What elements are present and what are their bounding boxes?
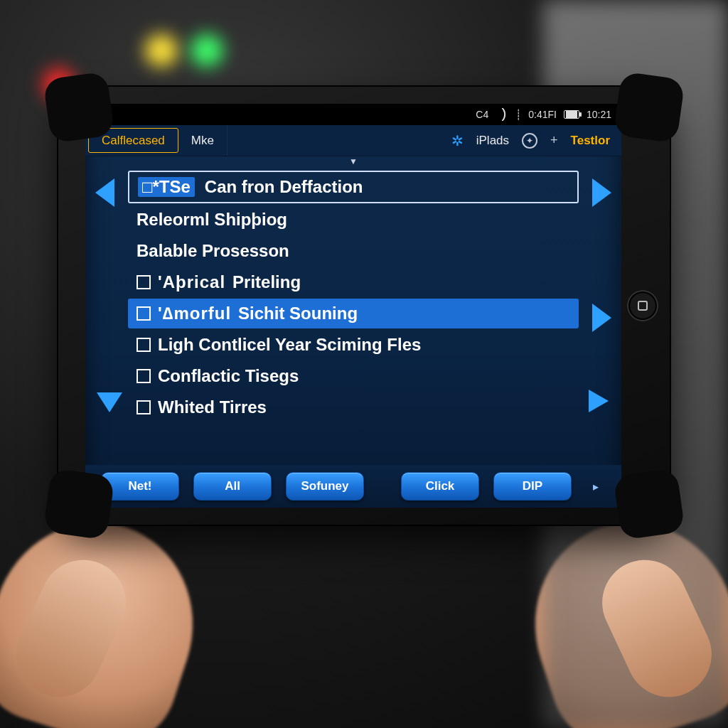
item-label: Conflactic Tisegs: [158, 366, 299, 386]
screen: ☍ C4 ┊ 0:41FI 10:21 Calflecased Mke ✲ iP…: [85, 104, 621, 508]
plus-icon[interactable]: +: [550, 133, 558, 148]
item-label: Whited Tirres: [158, 397, 267, 417]
nav-left-arrow[interactable]: [90, 175, 125, 210]
click-button[interactable]: Click: [401, 472, 479, 500]
tab-testlor[interactable]: Testlor: [571, 134, 610, 148]
target-icon[interactable]: ✦: [522, 133, 537, 149]
list-item[interactable]: Releorml Shipþiog: [128, 205, 579, 235]
svg-marker-1: [592, 178, 611, 207]
svg-marker-2: [592, 304, 611, 332]
item-label: Can fron Deffaction: [205, 177, 363, 197]
checkbox-icon[interactable]: [136, 400, 151, 414]
sep-icon: ┊: [515, 109, 521, 120]
tab-label: Mke: [191, 134, 214, 148]
nav-right-arrow-2[interactable]: [582, 300, 617, 336]
menu-list: □*TSeCan fron DeffactionReleorml Shipþio…: [128, 171, 579, 422]
signal-label: C4: [476, 109, 488, 120]
list-item[interactable]: 'AþricalPriteling: [128, 267, 579, 297]
btn-label: Click: [426, 479, 455, 493]
battery-icon: [564, 110, 579, 119]
item-label: Releorml Shipþiog: [136, 210, 287, 230]
svg-marker-4: [589, 390, 609, 412]
svg-marker-3: [97, 392, 122, 412]
tab-mke[interactable]: Mke: [178, 125, 228, 156]
bg-light-yellow: [145, 34, 178, 67]
list-item[interactable]: Ligh Contlicel Year Sciming Fles: [128, 330, 579, 360]
spark-icon[interactable]: ✲: [451, 132, 464, 149]
tab-iplads[interactable]: iPlads: [476, 134, 509, 148]
tab-bar: Calflecased Mke ✲ iPlads ✦ + Testlor: [85, 125, 621, 156]
list-item[interactable]: Balable Prosesson: [128, 236, 579, 266]
list-item[interactable]: Conflactic Tisegs: [128, 361, 579, 391]
item-prefix: '∆morful: [158, 304, 231, 323]
svg-marker-0: [95, 178, 114, 207]
item-prefix: □*TSe: [138, 177, 195, 197]
wifi-icon: [496, 109, 508, 119]
checkbox-icon[interactable]: [136, 338, 151, 352]
nav-play-right[interactable]: [582, 385, 613, 417]
item-prefix: 'Aþrical: [158, 272, 225, 292]
all-button[interactable]: All: [193, 472, 272, 500]
checkbox-icon[interactable]: [136, 275, 151, 289]
item-label: Sichit Souning: [238, 304, 358, 323]
item-label: Ligh Contlicel Year Sciming Fles: [158, 335, 421, 355]
case-corner: [43, 468, 115, 540]
case-corner: [43, 71, 115, 144]
btn-label: Net!: [128, 479, 151, 493]
main-area: □*TSeCan fron DeffactionReleorml Shipþio…: [85, 165, 621, 465]
status-bar: ☍ C4 ┊ 0:41FI 10:21: [85, 104, 621, 125]
nav-right-arrow[interactable]: [582, 175, 617, 210]
bg-light-green: [191, 34, 223, 67]
list-item[interactable]: '∆morfulSichit Souning: [128, 299, 579, 328]
nav-down-left[interactable]: [94, 385, 125, 417]
btn-label: All: [225, 479, 240, 493]
status-time-2: 10:21: [587, 109, 611, 120]
home-button[interactable]: [627, 290, 658, 321]
item-label: Balable Prosesson: [136, 241, 289, 261]
tab-label: Calflecased: [102, 134, 165, 148]
tablet-device: ☍ C4 ┊ 0:41FI 10:21 Calflecased Mke ✲ iP…: [57, 85, 671, 526]
sofuney-button[interactable]: Sofuney: [286, 472, 364, 500]
dip-button[interactable]: DIP: [493, 472, 572, 500]
next-small-arrow[interactable]: ▸: [586, 472, 606, 500]
checkbox-icon[interactable]: [136, 369, 151, 383]
list-item[interactable]: Whited Tirres: [128, 392, 579, 422]
status-time-1: 0:41FI: [528, 109, 557, 120]
net-button[interactable]: Net!: [101, 472, 179, 500]
thumb-left: [2, 546, 139, 711]
checkbox-icon[interactable]: [136, 306, 151, 321]
btn-label: DIP: [523, 479, 542, 493]
item-label: Priteling: [232, 272, 301, 292]
button-bar: Net! All Sofuney Click DIP ▸: [85, 465, 621, 508]
list-item[interactable]: □*TSeCan fron Deffaction: [128, 171, 579, 203]
dropdown-caret-icon[interactable]: ▼: [85, 156, 621, 165]
btn-label: Sofuney: [301, 479, 348, 493]
